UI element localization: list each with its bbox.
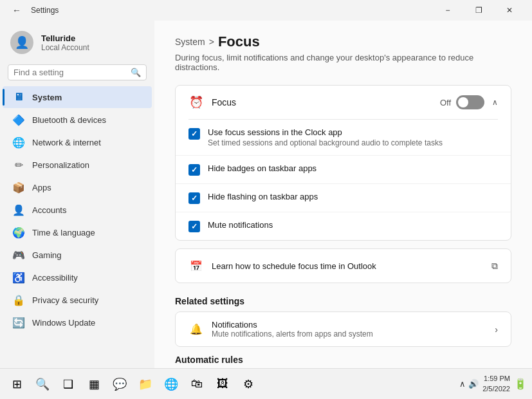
calendar-icon: 📅 bbox=[188, 258, 204, 274]
volume-icon[interactable]: 🔊 bbox=[468, 379, 479, 389]
taskbar-edge-button[interactable]: 🌐 bbox=[160, 373, 183, 396]
checkbox-content: Use focus sessions in the Clock app Set … bbox=[208, 127, 443, 147]
checkmark-icon: ✓ bbox=[191, 165, 197, 174]
checkbox-label: Hide flashing on taskbar apps bbox=[208, 192, 318, 201]
sidebar-item-label: Accounts bbox=[32, 205, 66, 215]
sidebar-item-bluetooth[interactable]: 🔷 Bluetooth & devices bbox=[3, 109, 152, 131]
bell-icon: 🔔 bbox=[188, 322, 204, 337]
sidebar-item-personalization[interactable]: ✏ Personalization bbox=[3, 154, 152, 176]
breadcrumb-separator: > bbox=[209, 37, 214, 47]
checkbox-label: Hide badges on taskbar apps bbox=[208, 163, 316, 173]
checkbox-item-hide-flashing: ✓ Hide flashing on taskbar apps bbox=[176, 183, 511, 212]
taskbar-start-button[interactable]: ⊞ bbox=[5, 373, 28, 396]
taskbar-explorer-button[interactable]: 📁 bbox=[134, 373, 157, 396]
minimize-button[interactable]: − bbox=[433, 0, 463, 21]
sidebar-item-apps[interactable]: 📦 Apps bbox=[3, 176, 152, 198]
taskbar-photos-button[interactable]: 🖼 bbox=[211, 373, 234, 396]
taskbar-store-button[interactable]: 🛍 bbox=[185, 373, 208, 396]
checkmark-icon: ✓ bbox=[191, 129, 197, 138]
checkbox-item-hide-badges: ✓ Hide badges on taskbar apps bbox=[176, 155, 511, 183]
clock: 1:59 PM 2/5/2022 bbox=[482, 374, 510, 394]
sidebar-item-system[interactable]: 🖥 System bbox=[3, 86, 152, 108]
taskbar-taskview-button[interactable]: ❑ bbox=[57, 373, 80, 396]
outlook-link-text: Learn how to schedule focus time in Outl… bbox=[212, 261, 491, 271]
search-box[interactable]: 🔍 bbox=[8, 64, 147, 80]
sidebar-item-label: Accessibility bbox=[32, 273, 78, 283]
user-name: Telluride bbox=[41, 33, 89, 43]
back-button[interactable]: ← bbox=[8, 1, 26, 19]
breadcrumb-system[interactable]: System bbox=[175, 37, 205, 47]
sidebar-item-label: Personalization bbox=[32, 160, 89, 170]
title-bar-left: ← Settings bbox=[8, 1, 59, 19]
search-input[interactable] bbox=[14, 68, 127, 77]
taskbar-settings-button[interactable]: ⚙ bbox=[237, 373, 260, 396]
main-layout: 👤 Telluride Local Account 🔍 🖥 System 🔷 B… bbox=[0, 21, 532, 368]
page-description: During focus, limit notifications and ch… bbox=[175, 53, 511, 72]
checkmark-icon: ✓ bbox=[191, 222, 197, 231]
update-icon: 🔄 bbox=[13, 317, 24, 328]
content-area: System > Focus During focus, limit notif… bbox=[154, 21, 532, 368]
taskbar-widgets-button[interactable]: ▦ bbox=[82, 373, 105, 396]
sidebar-item-label: Gaming bbox=[32, 250, 62, 260]
taskbar-chat-button[interactable]: 💬 bbox=[108, 373, 131, 396]
sidebar-item-label: Bluetooth & devices bbox=[32, 115, 106, 125]
checkbox-item-mute: ✓ Mute notifications bbox=[176, 212, 511, 240]
sidebar-item-label: System bbox=[32, 93, 62, 102]
sidebar-item-time[interactable]: 🌍 Time & language bbox=[3, 221, 152, 243]
related-title: Notifications bbox=[212, 320, 495, 329]
automatic-rules-title: Automatic rules bbox=[175, 355, 511, 365]
window-title: Settings bbox=[31, 6, 59, 15]
focus-card-header[interactable]: ⏰ Focus Off ∧ bbox=[176, 86, 511, 119]
sidebar-item-label: Apps bbox=[32, 183, 51, 192]
breadcrumb: System > Focus bbox=[175, 33, 511, 50]
related-notifications-card[interactable]: 🔔 Notifications Mute notifications, aler… bbox=[175, 311, 511, 347]
maximize-button[interactable]: ❐ bbox=[464, 0, 493, 21]
breadcrumb-current: Focus bbox=[218, 33, 260, 50]
checkbox-hide-badges[interactable]: ✓ bbox=[188, 164, 200, 176]
date-display: 2/5/2022 bbox=[482, 384, 510, 394]
title-bar: ← Settings − ❐ ✕ bbox=[0, 0, 532, 21]
personalization-icon: ✏ bbox=[13, 159, 24, 171]
checkbox-mute[interactable]: ✓ bbox=[188, 221, 200, 232]
toggle-label: Off bbox=[440, 98, 451, 107]
external-link-icon: ⧉ bbox=[491, 261, 498, 272]
expand-chevron-icon[interactable]: ∧ bbox=[492, 98, 498, 107]
sidebar: 👤 Telluride Local Account 🔍 🖥 System 🔷 B… bbox=[0, 21, 154, 368]
sidebar-item-gaming[interactable]: 🎮 Gaming bbox=[3, 244, 152, 266]
apps-icon: 📦 bbox=[13, 181, 24, 193]
sidebar-item-label: Time & language bbox=[32, 228, 95, 237]
battery-icon: 🔋 bbox=[514, 378, 527, 390]
time-icon: 🌍 bbox=[13, 227, 24, 238]
window-controls: − ❐ ✕ bbox=[433, 0, 524, 21]
accessibility-icon: ♿ bbox=[13, 272, 24, 283]
sidebar-item-accessibility[interactable]: ♿ Accessibility bbox=[3, 266, 152, 288]
checkbox-hide-flashing[interactable]: ✓ bbox=[188, 192, 200, 204]
sidebar-item-privacy[interactable]: 🔒 Privacy & security bbox=[3, 289, 152, 311]
network-icon: 🌐 bbox=[13, 136, 24, 148]
chevron-right-icon: › bbox=[495, 324, 498, 335]
close-button[interactable]: ✕ bbox=[495, 0, 524, 21]
taskbar-search-button[interactable]: 🔍 bbox=[31, 373, 54, 396]
taskbar-right: ∧ 🔊 1:59 PM 2/5/2022 🔋 bbox=[459, 374, 527, 394]
avatar: 👤 bbox=[10, 31, 33, 54]
sidebar-item-update[interactable]: 🔄 Windows Update bbox=[3, 311, 152, 333]
nav-items: 🖥 System 🔷 Bluetooth & devices 🌐 Network… bbox=[0, 86, 154, 363]
accounts-icon: 👤 bbox=[13, 204, 24, 216]
checkbox-clock-app[interactable]: ✓ bbox=[188, 128, 200, 140]
focus-card-title: Focus bbox=[212, 97, 440, 107]
focus-toggle[interactable] bbox=[456, 95, 484, 109]
outlook-link-card[interactable]: 📅 Learn how to schedule focus time in Ou… bbox=[175, 248, 511, 283]
privacy-icon: 🔒 bbox=[13, 294, 24, 306]
system-icon: 🖥 bbox=[13, 91, 24, 103]
user-profile[interactable]: 👤 Telluride Local Account bbox=[0, 21, 154, 62]
sidebar-item-label: Network & internet bbox=[32, 138, 101, 147]
related-settings-title: Related settings bbox=[175, 296, 511, 306]
search-icon: 🔍 bbox=[131, 68, 141, 77]
taskbar: ⊞ 🔍 ❑ ▦ 💬 📁 🌐 🛍 🖼 ⚙ ∧ 🔊 1:59 PM 2/5/2022… bbox=[0, 368, 532, 399]
focus-controls: Off ∧ bbox=[440, 95, 498, 109]
sidebar-item-label: Privacy & security bbox=[32, 295, 98, 305]
tray-chevron-icon[interactable]: ∧ bbox=[459, 379, 466, 389]
sidebar-item-accounts[interactable]: 👤 Accounts bbox=[3, 199, 152, 221]
sidebar-item-network[interactable]: 🌐 Network & internet bbox=[3, 131, 152, 153]
user-account-type: Local Account bbox=[41, 43, 89, 52]
